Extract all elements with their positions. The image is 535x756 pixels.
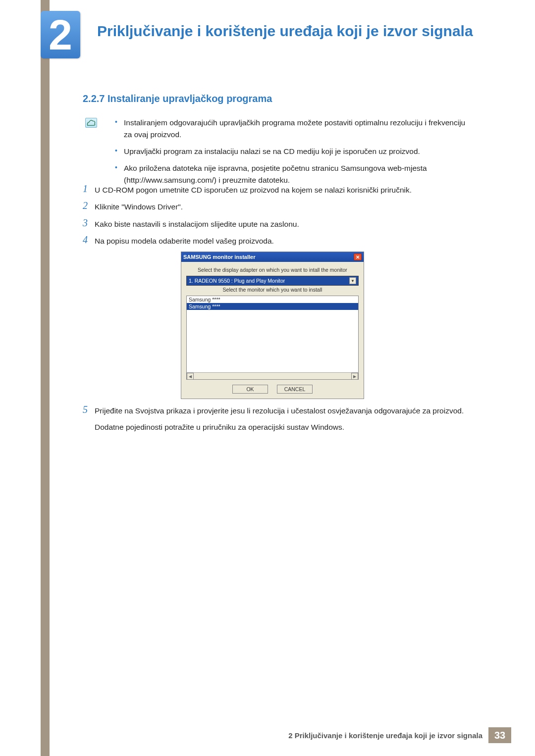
step-number: 4 [83, 234, 95, 245]
section-number: 2.2.7 [83, 93, 105, 104]
step-text: Kliknite "Windows Driver". [95, 200, 474, 212]
chapter-number-badge: 2 [41, 11, 80, 58]
step-number: 1 [83, 183, 95, 194]
note-item: Ako priložena datoteka nije ispravna, po… [115, 162, 472, 186]
adapter-dropdown[interactable]: 1. RADEON 9550 : Plug and Play Monitor ▼ [186, 276, 359, 286]
list-item[interactable]: Samsung **** [187, 296, 358, 303]
step-number: 5 [83, 404, 95, 415]
sidebar-strip [41, 0, 50, 756]
chevron-down-icon[interactable]: ▼ [349, 277, 356, 284]
list-item[interactable]: Samsung **** [187, 303, 358, 310]
scroll-left-icon[interactable]: ◀ [187, 373, 194, 380]
dialog-title-text: SAMSUNG monitor installer [183, 254, 255, 260]
note-icon [85, 118, 97, 128]
note-item: Instaliranjem odgovarajućih upravljačkih… [115, 117, 472, 141]
step-extra-text: Dodatne pojedinosti potražite u priručni… [95, 421, 474, 433]
footer-chapter-text: 2 Priključivanje i korištenje uređaja ko… [288, 731, 482, 740]
section-title: Instaliranje upravljačkog programa [107, 93, 272, 104]
dialog-titlebar: SAMSUNG monitor installer ✕ [181, 252, 364, 262]
step-row: 4 Na popisu modela odaberite model vašeg… [83, 234, 474, 247]
scroll-right-icon[interactable]: ▶ [351, 373, 358, 380]
chapter-title: Priključivanje i korištenje uređaja koji… [97, 22, 474, 41]
step-text: U CD-ROM pogon umetnite CD isporučen uz … [95, 183, 474, 196]
dialog-adapter-label: Select the display adapter on which you … [186, 267, 359, 273]
note-bullet-list: Instaliranjem odgovarajućih upravljačkih… [115, 117, 472, 191]
step-number: 2 [83, 200, 95, 211]
step-text: Na popisu modela odaberite model vašeg p… [95, 234, 474, 247]
page-number: 33 [488, 727, 511, 743]
monitor-listbox[interactable]: Samsung **** Samsung **** ◀ ▶ [186, 296, 359, 380]
ok-button[interactable]: OK [232, 385, 268, 394]
note-item: Upravljački program za instalaciju nalaz… [115, 146, 472, 157]
step-row: 3 Kako biste nastavili s instalacijom sl… [83, 217, 474, 230]
dialog-monitor-label: Select the monitor which you want to ins… [186, 287, 359, 293]
horizontal-scrollbar[interactable]: ◀ ▶ [187, 372, 358, 379]
steps-list: 1 U CD-ROM pogon umetnite CD isporučen u… [83, 183, 474, 438]
installer-dialog: SAMSUNG monitor installer ✕ Select the d… [181, 252, 364, 399]
page-footer: 2 Priključivanje i korištenje uređaja ko… [288, 727, 511, 743]
step-text: Prijeđite na Svojstva prikaza i provjeri… [95, 404, 474, 433]
close-icon[interactable]: ✕ [354, 253, 362, 260]
section-heading: 2.2.7 Instaliranje upravljačkog programa [83, 93, 272, 104]
installer-dialog-figure: SAMSUNG monitor installer ✕ Select the d… [181, 252, 364, 399]
cancel-button[interactable]: CANCEL [277, 385, 313, 394]
step-row: 5 Prijeđite na Svojstva prikaza i provje… [83, 404, 474, 433]
step-row: 2 Kliknite "Windows Driver". [83, 200, 474, 212]
step-text: Kako biste nastavili s instalacijom slij… [95, 217, 474, 230]
step-row: 1 U CD-ROM pogon umetnite CD isporučen u… [83, 183, 474, 196]
adapter-selected-text: 1. RADEON 9550 : Plug and Play Monitor [189, 278, 285, 284]
step-number: 3 [83, 217, 95, 228]
